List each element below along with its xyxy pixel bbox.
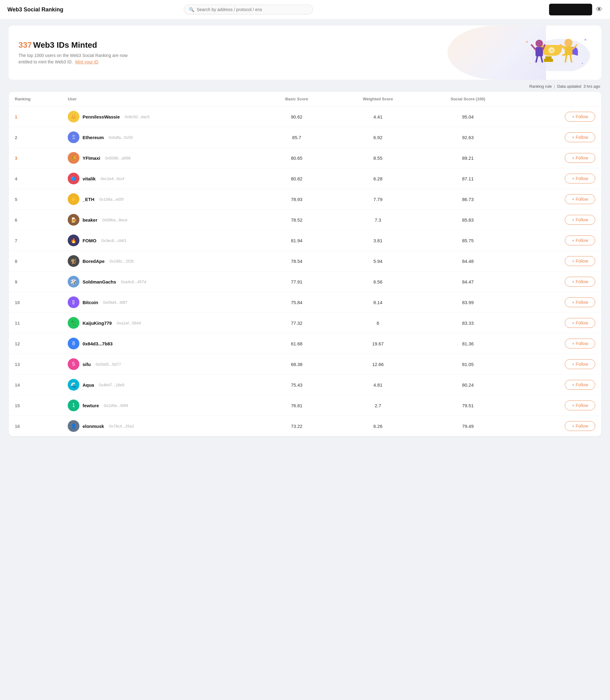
avatar: 5 [68, 358, 79, 370]
banner-illustration: ★ [512, 34, 592, 71]
follow-cell: + Follow [514, 333, 601, 354]
rank-cell: 9 [9, 271, 62, 292]
user-name: sifu [82, 362, 91, 367]
search-bar[interactable]: 🔍 [184, 5, 313, 14]
table-row: 15 1 fewture 0x1d5e...69f4 76.81 2.7 79.… [9, 395, 601, 416]
user-name: vitalik [82, 176, 96, 181]
avatar: 👤 [68, 420, 79, 432]
col-action [514, 92, 601, 107]
user-cell[interactable]: 🌾 YFImaxi 0x5066...a068 [62, 148, 259, 169]
follow-button[interactable]: + Follow [565, 359, 595, 369]
follow-button[interactable]: + Follow [565, 297, 595, 307]
search-input[interactable] [197, 7, 308, 12]
social-score: 86.73 [421, 189, 514, 210]
user-cell[interactable]: 👤 elonmusk 0x79c4...25e2 [62, 416, 259, 436]
follow-button[interactable]: + Follow [565, 236, 595, 245]
weighted-score: 6.56 [334, 271, 421, 292]
user-cell[interactable]: 5 sifu 0x5dd5...5d77 [62, 354, 259, 375]
rank-cell: 16 [9, 416, 62, 436]
user-address: 0x5dd5...5d77 [96, 362, 121, 367]
user-address: 0xa4c8...457d [121, 280, 146, 284]
col-ranking: Ranking [9, 92, 62, 107]
user-cell[interactable]: 🍺 beaker 0x69ba...8ece [62, 210, 259, 230]
user-cell[interactable]: 👑 PennilessWassie 0x9c50...dac5 [62, 107, 259, 127]
follow-cell: + Follow [514, 313, 601, 333]
svg-rect-2 [545, 56, 551, 60]
dark-button[interactable] [549, 4, 592, 15]
user-name: _ETH [82, 197, 94, 202]
social-score: 83.33 [421, 313, 514, 333]
weighted-score: 12.66 [334, 354, 421, 375]
banner-title: Web3 IDs Minted [33, 40, 97, 50]
user-cell[interactable]: 🔷 vitalik 0xc1e4...6ccf [62, 169, 259, 189]
weighted-score: 4.41 [334, 107, 421, 127]
follow-button[interactable]: + Follow [565, 339, 595, 348]
rank-cell: 14 [9, 375, 62, 395]
col-basic: Basic Score [259, 92, 334, 107]
weighted-score: 3.81 [334, 230, 421, 251]
user-cell[interactable]: 🦎 KaijuKing779 0xa1ef...5844 [62, 313, 259, 333]
data-info: Ranking rule | Data updated 3 hrs ago [0, 83, 610, 92]
follow-cell: + Follow [514, 395, 601, 416]
basic-score: 77.91 [259, 271, 334, 292]
avatar: 🔥 [68, 235, 79, 246]
user-address: 0x09d4...48f7 [103, 300, 127, 305]
user-cell[interactable]: ⚡ _ETH 0x108a...e05f [62, 189, 259, 210]
basic-score: 78.54 [259, 251, 334, 271]
follow-button[interactable]: + Follow [565, 421, 595, 431]
user-cell[interactable]: Ξ Ethereum 0xbdfa...5c50 [62, 127, 259, 148]
weighted-score: 6.26 [334, 416, 421, 436]
table-row: 1 👑 PennilessWassie 0x9c50...dac5 90.62 … [9, 107, 601, 127]
eye-icon[interactable]: 👁 [596, 5, 603, 14]
follow-button[interactable]: + Follow [565, 215, 595, 225]
follow-button[interactable]: + Follow [565, 256, 595, 266]
avatar: 1 [68, 400, 79, 411]
follow-button[interactable]: + Follow [565, 277, 595, 287]
follow-button[interactable]: + Follow [565, 174, 595, 184]
avatar: 🐒 [68, 255, 79, 267]
user-cell[interactable]: 🔥 FOMO 0x3ec6...cb63 [62, 230, 259, 251]
svg-point-20 [529, 63, 531, 64]
user-address: 0xc1e4...6ccf [101, 176, 124, 181]
basic-score: 78.93 [259, 189, 334, 210]
banner-subtitle: The top 1000 users on the Web3 Social Ra… [18, 52, 128, 65]
weighted-score: 7.79 [334, 189, 421, 210]
follow-button[interactable]: + Follow [565, 400, 595, 410]
user-cell[interactable]: 🎲 SoldmanGachs 0xa4c8...457d [62, 271, 259, 292]
follow-button[interactable]: + Follow [565, 112, 595, 122]
table-row: 14 🌊 Aqua 0x4b47...18e9 75.43 4.81 80.24… [9, 375, 601, 395]
social-score: 87.11 [421, 169, 514, 189]
user-cell[interactable]: ₿ Bitcoin 0x09d4...48f7 [62, 292, 259, 313]
user-name: PennilessWassie [82, 114, 120, 120]
mint-link[interactable]: Mint your ID [75, 59, 98, 64]
follow-button[interactable]: + Follow [565, 318, 595, 328]
user-cell[interactable]: 8 0x84d3...7b83 [62, 333, 259, 354]
avatar: 🦎 [68, 317, 79, 329]
header: Web3 Social Ranking 🔍 👁 [0, 0, 610, 19]
user-address: 0x4b47...18e9 [99, 383, 124, 387]
user-address: 0x108a...e05f [99, 197, 124, 202]
basic-score: 78.52 [259, 210, 334, 230]
follow-button[interactable]: + Follow [565, 132, 595, 142]
user-name: 0x84d3...7b83 [82, 341, 113, 346]
rank-cell: 15 [9, 395, 62, 416]
svg-point-5 [535, 40, 543, 47]
follow-button[interactable]: + Follow [565, 194, 595, 204]
table-header: Ranking User Basic Score Weighted Score … [9, 92, 601, 107]
social-score: 84.47 [421, 271, 514, 292]
table-row: 4 🔷 vitalik 0xc1e4...6ccf 80.82 6.28 87.… [9, 169, 601, 189]
table-row: 9 🎲 SoldmanGachs 0xa4c8...457d 77.91 6.5… [9, 271, 601, 292]
user-cell[interactable]: 🐒 BoredApe 0x188c...2f28 [62, 251, 259, 271]
user-name: KaijuKing779 [82, 320, 112, 326]
user-cell[interactable]: 🌊 Aqua 0x4b47...18e9 [62, 375, 259, 395]
user-address: 0xa1ef...5844 [117, 321, 141, 325]
svg-line-7 [531, 45, 535, 50]
ranking-table: Ranking User Basic Score Weighted Score … [9, 92, 601, 436]
user-cell[interactable]: 1 fewture 0x1d5e...69f4 [62, 395, 259, 416]
app-title: Web3 Social Ranking [7, 6, 63, 13]
follow-button[interactable]: + Follow [565, 380, 595, 390]
follow-cell: + Follow [514, 210, 601, 230]
follow-button[interactable]: + Follow [565, 153, 595, 163]
svg-point-17 [526, 41, 528, 43]
table-row: 2 Ξ Ethereum 0xbdfa...5c50 85.7 6.92 92.… [9, 127, 601, 148]
